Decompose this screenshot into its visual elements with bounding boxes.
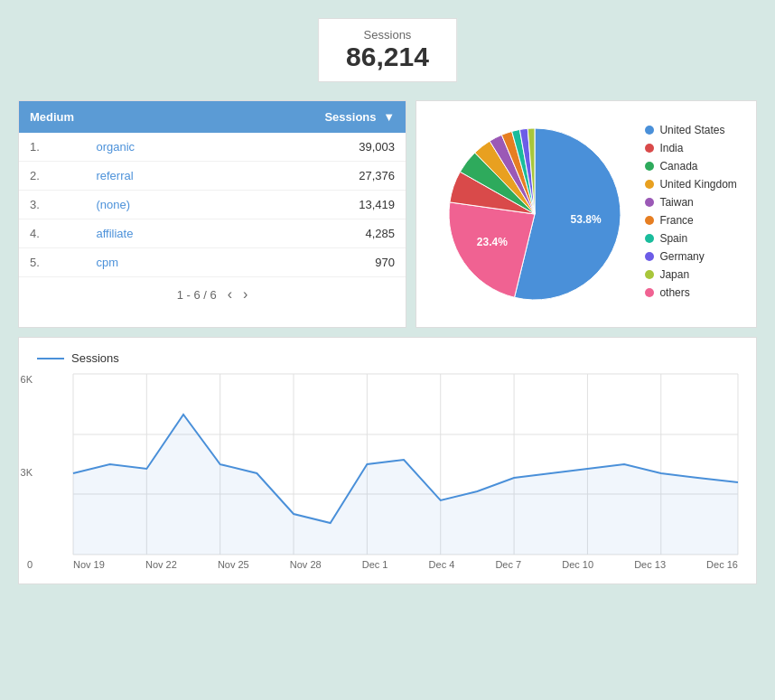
legend-label: Japan — [659, 268, 689, 281]
x-axis-label: Nov 25 — [218, 559, 249, 570]
pie-svg-accurate: 53.8%23.4% — [435, 115, 634, 313]
pie-legend: United States India Canada United Kingdo… — [645, 115, 736, 299]
legend-dot — [645, 180, 654, 189]
prev-page-button[interactable]: ‹ — [228, 286, 232, 303]
table-row: 4. affiliate 4,285 — [19, 219, 406, 248]
table-row: 1. organic 39,003 — [19, 133, 406, 162]
row-rank: 4. — [19, 219, 85, 248]
data-table: Medium Sessions ▼ 1. organic 39,003 2. r… — [19, 101, 406, 277]
line-fill — [73, 415, 738, 555]
row-medium: cpm — [85, 248, 211, 277]
row-rank: 1. — [19, 133, 85, 162]
chart-area — [73, 374, 738, 555]
row-sessions: 4,285 — [212, 219, 406, 248]
row-medium: organic — [85, 133, 211, 162]
legend-item: Canada — [645, 160, 736, 173]
sessions-col-header[interactable]: Sessions ▼ — [212, 101, 406, 133]
x-axis-label: Dec 16 — [706, 559, 738, 570]
x-axis-label: Dec 13 — [634, 559, 666, 570]
medium-col-header: Medium — [19, 101, 212, 133]
table-row: 2. referral 27,376 — [19, 162, 406, 191]
row-rank: 3. — [19, 191, 85, 219]
sessions-header: Sessions 86,214 — [318, 18, 457, 82]
row-medium: (none) — [85, 191, 211, 219]
legend-dot — [645, 126, 654, 135]
x-axis-label: Dec 7 — [495, 559, 521, 570]
legend-dot — [645, 234, 654, 243]
sessions-value: 86,214 — [346, 42, 429, 72]
legend-item: Taiwan — [645, 196, 736, 209]
legend-label: United Kingdom — [659, 178, 736, 191]
legend-dot — [645, 216, 654, 225]
x-axis-labels: Nov 19Nov 22Nov 25Nov 28Dec 1Dec 4Dec 7D… — [73, 559, 738, 570]
pie-chart-section: 53.8%23.4% United States India Canada Un… — [416, 100, 757, 328]
row-medium: affiliate — [85, 219, 211, 248]
svg-text:23.4%: 23.4% — [477, 236, 508, 248]
legend-label: France — [659, 214, 693, 227]
table-row: 5. cpm 970 — [19, 248, 406, 277]
medium-table: Medium Sessions ▼ 1. organic 39,003 2. r… — [18, 100, 406, 328]
legend-dot — [645, 144, 654, 153]
next-page-button[interactable]: › — [243, 286, 247, 303]
row-sessions: 27,376 — [212, 162, 406, 191]
legend-dot — [645, 252, 654, 261]
line-chart-svg — [73, 374, 738, 555]
legend-dot — [645, 198, 654, 207]
legend-label: Taiwan — [659, 196, 693, 209]
row-sessions: 13,419 — [212, 191, 406, 219]
legend-label: others — [659, 286, 689, 299]
pie-chart: 53.8%23.4% — [435, 115, 634, 313]
row-rank: 5. — [19, 248, 85, 277]
legend-item: India — [645, 142, 736, 154]
legend-item: United States — [645, 124, 736, 136]
sort-arrow: ▼ — [383, 110, 395, 124]
x-axis-label: Dec 1 — [362, 559, 388, 570]
x-axis-label: Dec 4 — [429, 559, 455, 570]
legend-label: United States — [659, 124, 724, 136]
pagination-text: 1 - 6 / 6 — [177, 288, 217, 302]
row-sessions: 39,003 — [212, 133, 406, 162]
legend-item: Germany — [645, 250, 736, 263]
line-legend-color — [37, 358, 64, 359]
x-axis-label: Nov 19 — [73, 559, 105, 570]
table-pagination: 1 - 6 / 6 ‹ › — [19, 277, 406, 312]
legend-label: Spain — [659, 232, 687, 245]
svg-text:53.8%: 53.8% — [571, 213, 602, 226]
row-medium: referral — [85, 162, 211, 191]
x-axis-label: Dec 10 — [562, 559, 593, 570]
line-chart-section: Sessions 6K 3K 0 — [18, 337, 757, 584]
line-chart-wrapper: 6K 3K 0 — [37, 374, 738, 570]
y-axis-labels: 6K 3K 0 — [1, 374, 33, 570]
legend-item: others — [645, 286, 736, 299]
y-label-0: 0 — [1, 559, 33, 570]
row-rank: 2. — [19, 162, 85, 191]
x-axis-label: Nov 28 — [290, 559, 322, 570]
row-sessions: 970 — [212, 248, 406, 277]
legend-item: United Kingdom — [645, 178, 736, 191]
legend-item: Japan — [645, 268, 736, 281]
legend-dot — [645, 270, 654, 279]
y-label-3k: 3K — [1, 467, 33, 478]
legend-label: India — [659, 142, 683, 154]
x-axis-label: Nov 22 — [145, 559, 177, 570]
top-row: Medium Sessions ▼ 1. organic 39,003 2. r… — [18, 100, 757, 328]
legend-label: Canada — [659, 160, 697, 173]
legend-dot — [645, 288, 654, 297]
table-row: 3. (none) 13,419 — [19, 191, 406, 219]
legend-dot — [645, 162, 654, 171]
legend-item: France — [645, 214, 736, 227]
legend-item: Spain — [645, 232, 736, 245]
sessions-label: Sessions — [346, 28, 429, 42]
legend-label: Germany — [659, 250, 704, 263]
line-chart-title: Sessions — [37, 351, 738, 365]
y-label-6k: 6K — [1, 374, 33, 385]
line-chart-label: Sessions — [71, 351, 119, 365]
